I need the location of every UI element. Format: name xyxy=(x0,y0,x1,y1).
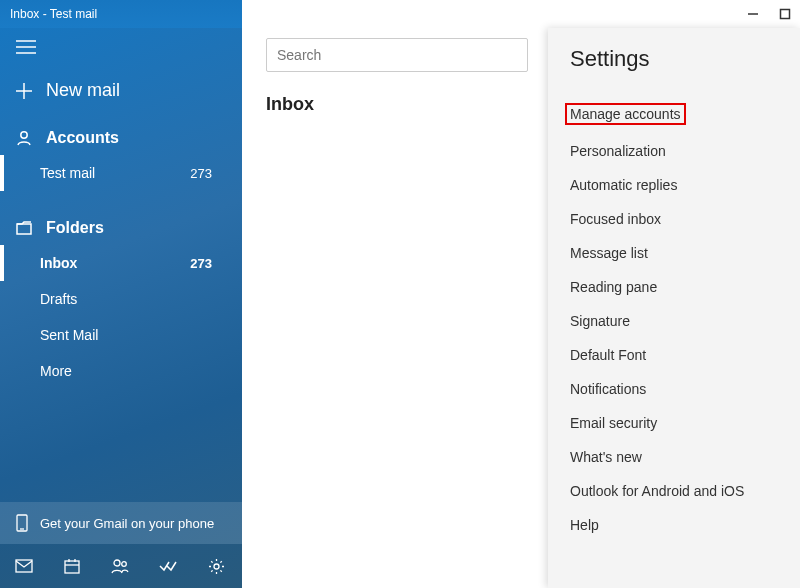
svg-point-17 xyxy=(122,562,127,567)
gear-icon xyxy=(208,558,225,575)
svg-point-7 xyxy=(21,132,27,138)
phone-icon xyxy=(16,514,28,532)
sidebar-folder-item[interactable]: More xyxy=(0,353,242,389)
settings-item[interactable]: Signature xyxy=(570,304,778,338)
folder-name: Drafts xyxy=(40,291,77,307)
account-count: 273 xyxy=(190,166,212,181)
folder-name: More xyxy=(40,363,72,379)
settings-item[interactable]: Email security xyxy=(570,406,778,440)
settings-item[interactable]: Automatic replies xyxy=(570,168,778,202)
account-name: Test mail xyxy=(40,165,95,181)
settings-item[interactable]: Notifications xyxy=(570,372,778,406)
plus-icon xyxy=(16,83,32,99)
promo-banner[interactable]: Get your Gmail on your phone xyxy=(0,502,242,544)
svg-rect-8 xyxy=(17,224,31,234)
folder-name: Inbox xyxy=(40,255,77,271)
svg-rect-1 xyxy=(781,10,790,19)
todo-tab[interactable] xyxy=(144,544,192,588)
settings-item[interactable]: Personalization xyxy=(570,134,778,168)
promo-text: Get your Gmail on your phone xyxy=(40,516,214,531)
folder-name: Sent Mail xyxy=(40,327,98,343)
calendar-tab[interactable] xyxy=(48,544,96,588)
search-placeholder: Search xyxy=(277,47,321,63)
settings-button[interactable] xyxy=(192,544,240,588)
new-mail-button[interactable]: New mail xyxy=(0,66,242,115)
titlebar: Inbox - Test mail xyxy=(0,0,800,28)
accounts-section-header[interactable]: Accounts xyxy=(0,115,242,155)
folders-label: Folders xyxy=(46,219,104,237)
svg-point-16 xyxy=(114,560,120,566)
settings-title: Settings xyxy=(570,46,778,72)
hamburger-button[interactable] xyxy=(0,28,242,66)
person-icon xyxy=(16,130,32,146)
maximize-button[interactable] xyxy=(778,7,792,21)
folder-icon xyxy=(16,221,32,235)
highlighted-setting: Manage accounts xyxy=(565,103,686,125)
people-tab[interactable] xyxy=(96,544,144,588)
settings-item[interactable]: Default Font xyxy=(570,338,778,372)
settings-item[interactable]: Help xyxy=(570,508,778,542)
sidebar-account-item[interactable]: Test mail 273 xyxy=(0,155,242,191)
settings-item[interactable]: Outlook for Android and iOS xyxy=(570,474,778,508)
people-icon xyxy=(110,558,130,574)
sidebar-folder-item[interactable]: Sent Mail xyxy=(0,317,242,353)
settings-item[interactable]: Reading pane xyxy=(570,270,778,304)
settings-item[interactable]: What's new xyxy=(570,440,778,474)
settings-item[interactable]: Focused inbox xyxy=(570,202,778,236)
sidebar-folder-item[interactable]: Inbox273 xyxy=(0,245,242,281)
sidebar: New mail Accounts Test mail 273 Folders … xyxy=(0,28,242,588)
svg-rect-12 xyxy=(65,561,79,573)
accounts-label: Accounts xyxy=(46,129,119,147)
mail-icon xyxy=(15,559,33,573)
window-title: Inbox - Test mail xyxy=(10,7,97,21)
sidebar-folder-item[interactable]: Drafts xyxy=(0,281,242,317)
todo-icon xyxy=(159,559,177,573)
settings-item[interactable]: Manage accounts xyxy=(570,94,778,134)
mail-tab[interactable] xyxy=(0,544,48,588)
settings-item[interactable]: Message list xyxy=(570,236,778,270)
minimize-button[interactable] xyxy=(746,7,760,21)
svg-rect-11 xyxy=(16,560,32,572)
calendar-icon xyxy=(64,558,80,574)
bottom-bar xyxy=(0,544,242,588)
search-input[interactable]: Search xyxy=(266,38,528,72)
svg-point-18 xyxy=(214,564,219,569)
folder-count: 273 xyxy=(190,256,212,271)
settings-panel: Settings Manage accountsPersonalizationA… xyxy=(548,28,800,588)
folders-section-header[interactable]: Folders xyxy=(0,205,242,245)
new-mail-label: New mail xyxy=(46,80,120,101)
hamburger-icon xyxy=(16,40,36,54)
